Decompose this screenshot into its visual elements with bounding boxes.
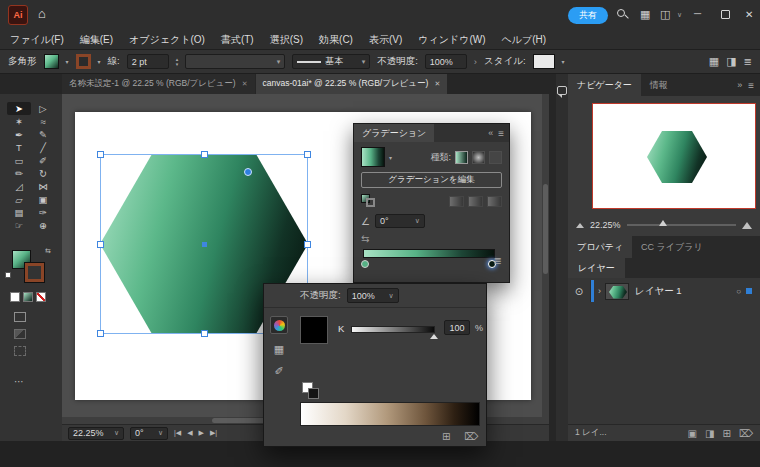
gradient-stops-menu-icon[interactable]: ≣	[494, 255, 502, 266]
line-segment-tool[interactable]: ╱	[31, 141, 55, 154]
tab-cc-libraries[interactable]: CC ライブラリ	[632, 236, 712, 258]
menu-type[interactable]: 書式(T)	[221, 33, 254, 47]
arrange-documents-icon[interactable]: ◨	[726, 55, 736, 68]
lasso-tool[interactable]: ≈	[31, 115, 55, 128]
layer-name[interactable]: レイヤー 1	[629, 285, 682, 298]
fill-color-swatch[interactable]	[44, 54, 59, 69]
opacity-chevron-icon[interactable]: ›	[474, 56, 477, 67]
edit-gradient-button[interactable]: グラデーションを編集	[361, 172, 502, 188]
opacity-input[interactable]: 100%	[425, 54, 467, 69]
tab-canvas-document[interactable]: canvas-01ai* @ 22.25 % (RGB/プレビュー) ✕	[256, 74, 448, 94]
free-transform-tool[interactable]: ▱	[7, 193, 31, 206]
stroke-decrease-icon[interactable]: ▾	[176, 62, 179, 67]
shape-builder-tool[interactable]: ▣	[31, 193, 55, 206]
artboard-first-button[interactable]: |◀	[174, 429, 181, 437]
swatches-panel-icon[interactable]: ▦	[274, 343, 284, 356]
stroke-gradient-along-button[interactable]	[468, 196, 483, 207]
none-button[interactable]	[36, 292, 46, 302]
width-tool[interactable]: ⋈	[31, 180, 55, 193]
handle-nw[interactable]	[97, 151, 104, 158]
eyedropper-icon[interactable]: ✐	[274, 365, 283, 378]
touch-workspace-icon[interactable]: ▦	[709, 55, 719, 68]
stroke-color-swatch[interactable]	[76, 54, 91, 69]
minimize-button[interactable]: ─	[694, 8, 701, 19]
controlbar-menu-icon[interactable]: ≣	[744, 56, 752, 67]
gradient-menu-icon[interactable]: ≡	[498, 128, 509, 139]
layer-visibility-icon[interactable]: ⊙	[568, 286, 590, 297]
zoom-slider-thumb[interactable]	[659, 220, 667, 226]
gradient-stop-start[interactable]	[361, 260, 369, 268]
app-icon[interactable]: Ai	[8, 5, 28, 25]
live-shape-widget[interactable]	[244, 168, 252, 176]
rotation-select[interactable]: 0° ∨	[130, 427, 168, 440]
handle-w[interactable]	[97, 241, 104, 248]
swap-fill-stroke-icon[interactable]: ⇆	[45, 247, 51, 255]
make-mask-icon[interactable]: ▣	[688, 428, 697, 439]
style-swatch[interactable]	[533, 54, 555, 69]
edit-toolbar-icon[interactable]: ⋯	[14, 376, 24, 387]
scale-tool[interactable]: ◿	[7, 180, 31, 193]
tab-untitled-close-icon[interactable]: ✕	[242, 80, 248, 88]
gradient-panel-tab[interactable]: グラデーション	[354, 124, 434, 142]
paintbrush-tool[interactable]: ✐	[31, 154, 55, 167]
linear-gradient-button[interactable]	[455, 151, 468, 164]
default-colors-icon[interactable]	[5, 272, 11, 278]
zoom-in-icon[interactable]	[742, 222, 752, 229]
tab-layers[interactable]: レイヤー	[568, 258, 625, 278]
brush-definition-select[interactable]: 基本 ▾	[292, 54, 370, 69]
k-channel-slider[interactable]	[351, 326, 435, 333]
menu-window[interactable]: ウィンドウ(W)	[418, 33, 485, 47]
layer-thumbnail[interactable]	[605, 283, 629, 300]
stroke-caret-icon[interactable]: ▾	[98, 58, 101, 65]
stroke-color-proxy[interactable]	[25, 263, 44, 282]
menu-edit[interactable]: 編集(E)	[80, 33, 113, 47]
menu-effect[interactable]: 効果(C)	[319, 33, 353, 47]
maximize-button[interactable]	[721, 10, 730, 19]
zoom-tool[interactable]: ⊕	[31, 219, 55, 232]
delete-color-icon[interactable]: ⌦	[464, 431, 478, 442]
navigator-preview[interactable]	[592, 103, 756, 209]
add-to-swatches-icon[interactable]: ⊞	[442, 431, 450, 442]
stroke-gradient-within-button[interactable]	[449, 196, 464, 207]
gradient-slider[interactable]: ≣	[361, 247, 502, 273]
hand-tool[interactable]: ☞	[7, 219, 31, 232]
curvature-tool[interactable]: ✎	[31, 128, 55, 141]
layer-target-icon[interactable]: ○	[736, 287, 746, 296]
k-value-input[interactable]: 100	[444, 320, 470, 335]
eyedropper-tool[interactable]: ✑	[31, 206, 55, 219]
menu-object[interactable]: オブジェクト(O)	[129, 33, 205, 47]
color-button[interactable]	[10, 292, 20, 302]
panel-layout-icon[interactable]: ◫	[660, 8, 670, 21]
artboard-next-button[interactable]: ▶	[199, 429, 204, 437]
radial-gradient-button[interactable]	[472, 151, 485, 164]
tab-untitled-document[interactable]: 名称未設定-1 @ 22.25 % (RGB/プレビュー) ✕	[62, 74, 255, 94]
variable-width-profile-select[interactable]: ▾	[185, 54, 285, 69]
comments-panel-icon[interactable]	[557, 86, 567, 95]
style-caret-icon[interactable]: ▾	[562, 58, 565, 65]
navigator-zoom-slider[interactable]	[627, 224, 736, 226]
delete-layer-icon[interactable]: ⌦	[739, 428, 753, 439]
handle-n[interactable]	[201, 151, 208, 158]
menu-file[interactable]: ファイル(F)	[10, 33, 64, 47]
stroke-gradient-across-button[interactable]	[487, 196, 502, 207]
gradient-fill-proxy[interactable]	[361, 194, 377, 208]
tab-info[interactable]: 情報	[641, 74, 677, 96]
menu-view[interactable]: 表示(V)	[369, 33, 402, 47]
rotate-tool[interactable]: ↻	[31, 167, 55, 180]
stroke-weight-input[interactable]: 2 pt	[127, 54, 169, 69]
artboard-last-button[interactable]: ▶|	[210, 429, 217, 437]
stop-opacity-select[interactable]: 100% ∨	[347, 288, 399, 303]
navigator-menu-icon[interactable]: ≡	[748, 80, 760, 91]
tab-properties[interactable]: プロパティ	[568, 236, 632, 258]
handle-e[interactable]	[304, 241, 311, 248]
gradient-button[interactable]	[23, 292, 33, 302]
gradient-tool[interactable]: ▤	[7, 206, 31, 219]
navigator-zoom-value[interactable]: 22.25%	[590, 220, 621, 230]
rectangle-tool[interactable]: ▭	[7, 154, 31, 167]
zoom-out-icon[interactable]	[576, 223, 584, 228]
vertical-scrollbar[interactable]	[542, 94, 549, 417]
color-panel-icon[interactable]	[270, 316, 288, 334]
draw-normal-button[interactable]	[14, 312, 26, 322]
layout-caret-icon[interactable]: ∨	[677, 11, 682, 19]
zoom-select[interactable]: 22.25% ∨	[68, 427, 124, 440]
